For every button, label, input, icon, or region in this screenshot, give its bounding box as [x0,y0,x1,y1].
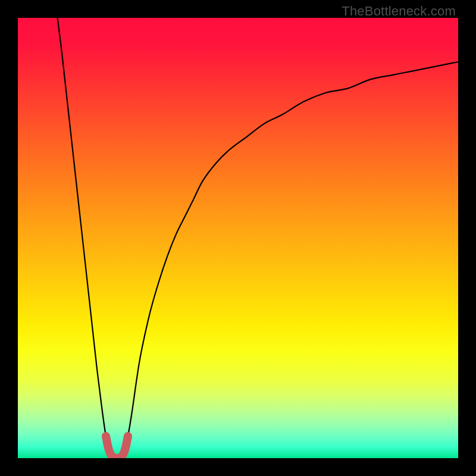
watermark-text: TheBottleneck.com [342,4,456,19]
curve-layer [18,18,458,458]
plot-area [18,18,458,458]
bottleneck-curve [58,18,458,458]
chart-frame: TheBottleneck.com [0,0,476,476]
minimum-marker [106,436,128,458]
